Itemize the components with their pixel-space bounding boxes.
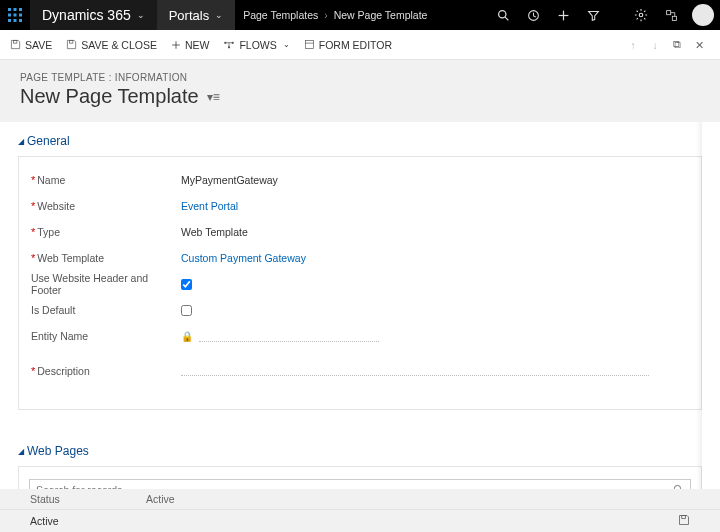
area-dropdown[interactable]: Portals ⌄	[157, 0, 235, 30]
use-header-checkbox[interactable]	[181, 279, 192, 290]
svg-line-10	[505, 17, 508, 20]
chevron-down-icon: ⌄	[215, 10, 223, 20]
close-icon[interactable]: ✕	[688, 39, 710, 51]
webtemplate-lookup[interactable]: Custom Payment Gateway	[181, 252, 306, 264]
svg-point-17	[639, 13, 643, 17]
chevron-down-icon: ⌄	[137, 10, 145, 20]
status-value: Active	[146, 493, 175, 505]
svg-rect-1	[14, 8, 17, 11]
title-menu-icon[interactable]: ▾≡	[207, 90, 220, 104]
type-label: Type	[37, 226, 60, 238]
svg-rect-6	[8, 19, 11, 22]
svg-rect-5	[19, 14, 22, 17]
cmd-label: FORM EDITOR	[319, 39, 392, 51]
cmd-label: SAVE & CLOSE	[81, 39, 157, 51]
svg-rect-31	[682, 516, 686, 519]
collapse-icon: ◢	[18, 137, 24, 146]
svg-rect-20	[13, 40, 16, 43]
svg-rect-19	[672, 16, 676, 20]
new-icon[interactable]	[548, 0, 578, 30]
description-label: Description	[37, 365, 90, 377]
nav-up-icon[interactable]: ↑	[622, 39, 644, 51]
svg-rect-3	[8, 14, 11, 17]
svg-rect-2	[19, 8, 22, 11]
svg-rect-18	[666, 10, 670, 14]
is-default-checkbox[interactable]	[181, 305, 192, 316]
svg-rect-0	[8, 8, 11, 11]
search-icon[interactable]	[488, 0, 518, 30]
settings-icon[interactable]	[626, 0, 656, 30]
cmd-label: SAVE	[25, 39, 52, 51]
cmd-label: NEW	[185, 39, 210, 51]
svg-rect-21	[70, 40, 73, 43]
area-label: Portals	[169, 8, 209, 23]
breadcrumb-item[interactable]: Page Templates	[243, 9, 318, 21]
save-close-button[interactable]: SAVE & CLOSE	[66, 39, 157, 51]
is-default-label: Is Default	[31, 304, 75, 316]
help-icon[interactable]	[656, 0, 686, 30]
form-editor-button[interactable]: FORM EDITOR	[304, 39, 392, 51]
status-footer-value[interactable]: Active	[30, 515, 146, 527]
avatar[interactable]	[692, 4, 714, 26]
name-field[interactable]: MyPaymentGateway	[181, 174, 278, 186]
save-button[interactable]: SAVE	[10, 39, 52, 51]
section-webpages[interactable]: ◢ Web Pages	[18, 444, 702, 458]
flows-button[interactable]: FLOWS ⌄	[223, 39, 289, 51]
svg-rect-27	[305, 40, 313, 48]
use-header-label: Use Website Header and Footer	[31, 272, 181, 296]
status-label: Status	[30, 493, 146, 505]
svg-marker-16	[588, 11, 598, 20]
svg-rect-8	[19, 19, 22, 22]
page-title: New Page Template	[20, 85, 199, 108]
cmd-label: FLOWS	[239, 39, 276, 51]
chevron-right-icon: ›	[324, 10, 327, 21]
filter-icon[interactable]	[578, 0, 608, 30]
chevron-down-icon: ⌄	[283, 40, 290, 49]
collapse-icon: ◢	[18, 447, 24, 456]
name-label: Name	[37, 174, 65, 186]
svg-line-13	[533, 15, 535, 16]
app-name-label: Dynamics 365	[42, 7, 131, 23]
lock-icon: 🔒	[181, 331, 193, 342]
new-button[interactable]: NEW	[171, 39, 210, 51]
svg-rect-7	[14, 19, 17, 22]
webtemplate-label: Web Template	[37, 252, 104, 264]
form-subtitle: PAGE TEMPLATE : INFORMATION	[20, 72, 700, 83]
app-name-dropdown[interactable]: Dynamics 365 ⌄	[30, 0, 157, 30]
type-field[interactable]: Web Template	[181, 226, 248, 238]
section-label: General	[27, 134, 70, 148]
svg-rect-4	[14, 14, 17, 17]
description-field[interactable]	[181, 365, 649, 376]
popout-icon[interactable]: ⧉	[666, 38, 688, 51]
section-general[interactable]: ◢ General	[18, 134, 702, 148]
nav-down-icon[interactable]: ↓	[644, 39, 666, 51]
recent-icon[interactable]	[518, 0, 548, 30]
breadcrumb: Page Templates › New Page Template	[235, 9, 435, 21]
entity-label: Entity Name	[31, 330, 88, 342]
breadcrumb-item[interactable]: New Page Template	[334, 9, 428, 21]
entity-field	[199, 331, 379, 342]
website-label: Website	[37, 200, 75, 212]
save-icon[interactable]	[678, 514, 690, 528]
svg-point-9	[498, 10, 505, 17]
section-label: Web Pages	[27, 444, 89, 458]
app-launcher[interactable]	[0, 0, 30, 30]
website-lookup[interactable]: Event Portal	[181, 200, 238, 212]
